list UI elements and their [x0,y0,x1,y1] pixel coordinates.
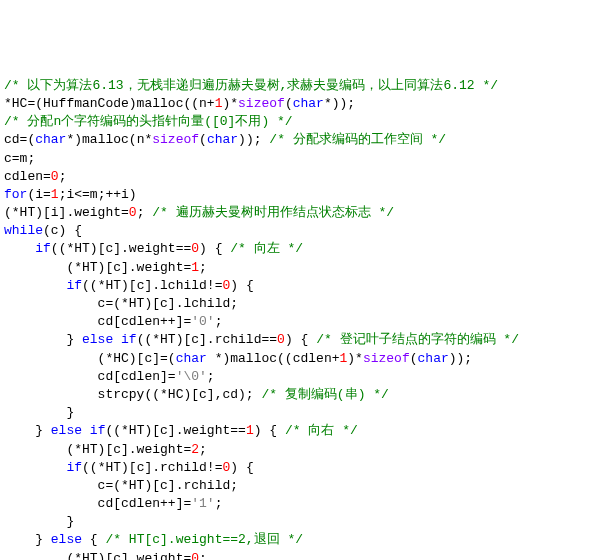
token-plain: } [4,332,82,347]
token-nm: 0 [191,551,199,560]
token-plain: c=(*HT)[c].lchild; [4,296,238,311]
code-line: cd[cdlen++]='0'; [4,313,585,331]
token-plain [113,332,121,347]
code-line: (*HC)[c]=(char *)malloc((cdlen+1)*sizeof… [4,350,585,368]
token-plain: cd[cdlen]= [4,369,176,384]
token-plain: } [4,514,74,529]
token-plain: *)malloc((cdlen+ [207,351,340,366]
token-plain: (c) { [43,223,82,238]
token-kw: else [51,532,82,547]
token-plain: ; [199,260,207,275]
token-kw: char [418,351,449,366]
token-plain: ((*HT)[c].lchild!= [82,278,222,293]
token-plain: )* [222,96,238,111]
token-plain: (*HC)[c]=( [4,351,176,366]
token-plain: ; [59,169,67,184]
token-plain [4,241,35,256]
token-plain: *)); [324,96,355,111]
token-plain: ((*HT)[c].weight== [51,241,191,256]
token-plain: *HC=(HuffmanCode)malloc((n+ [4,96,215,111]
token-kw: while [4,223,43,238]
code-line: cd[cdlen]='\0'; [4,368,585,386]
token-nm: 2 [191,442,199,457]
token-plain: (*HT)[c].weight= [4,260,191,275]
code-line: if((*HT)[c].weight==0) { /* 向左 */ [4,240,585,258]
token-kw: char [35,132,66,147]
token-plain: ((*HT)[c].rchild== [137,332,277,347]
code-line: (*HT)[c].weight=0; [4,550,585,560]
token-kw: if [66,278,82,293]
token-plain: ; [215,314,223,329]
token-plain: (*HT)[c].weight= [4,442,191,457]
token-cm: /* 向右 */ [285,423,358,438]
code-line: cd[cdlen++]='1'; [4,495,585,513]
code-line: } else if((*HT)[c].weight==1) { /* 向右 */ [4,422,585,440]
token-plain: cdlen= [4,169,51,184]
token-plain: ( [199,132,207,147]
token-plain: ) { [254,423,285,438]
token-plain: ((*HT)[c].weight== [105,423,245,438]
token-plain [4,278,66,293]
token-plain: ; [137,205,153,220]
code-line: /* 以下为算法6.13，无栈非递归遍历赫夫曼树,求赫夫曼编码，以上同算法6.1… [4,77,585,95]
token-kw: char [207,132,238,147]
code-line: (*HT)[c].weight=2; [4,441,585,459]
token-plain: strcpy((*HC)[c],cd); [4,387,261,402]
token-plain: (*HT)[c].weight= [4,551,191,560]
token-nm: 0 [191,241,199,256]
code-line: c=m; [4,150,585,168]
token-ty: sizeof [363,351,410,366]
token-plain: ; [199,551,207,560]
token-plain: *)malloc(n* [66,132,152,147]
code-line: strcpy((*HC)[c],cd); /* 复制编码(串) */ [4,386,585,404]
token-plain: ) { [230,460,253,475]
token-plain: c=m; [4,151,35,166]
token-plain: } [4,405,74,420]
token-plain: )); [238,132,269,147]
token-plain: ; [207,369,215,384]
token-plain: ( [410,351,418,366]
token-nm: 0 [51,169,59,184]
code-line: /* 分配n个字符编码的头指针向量([0]不用) */ [4,113,585,131]
token-plain: { [82,532,105,547]
token-plain: cd=( [4,132,35,147]
token-plain: c=(*HT)[c].rchild; [4,478,238,493]
token-plain: ) { [199,241,230,256]
token-ty: sizeof [152,132,199,147]
token-nm: 0 [129,205,137,220]
code-line: cd=(char*)malloc(n*sizeof(char)); /* 分配求… [4,131,585,149]
token-kw: else [51,423,82,438]
token-plain: ;i<=m;++i) [59,187,137,202]
token-plain: ) { [230,278,253,293]
code-line: } else if((*HT)[c].rchild==0) { /* 登记叶子结… [4,331,585,349]
token-kw: for [4,187,27,202]
code-line: for(i=1;i<=m;++i) [4,186,585,204]
token-cm: /* 登记叶子结点的字符的编码 */ [316,332,519,347]
token-kw: char [176,351,207,366]
token-nm: 1 [191,260,199,275]
code-line: } else { /* HT[c].weight==2,退回 */ [4,531,585,549]
code-block: /* 以下为算法6.13，无栈非递归遍历赫夫曼树,求赫夫曼编码，以上同算法6.1… [4,77,585,560]
token-plain [82,423,90,438]
token-nm: 0 [277,332,285,347]
token-plain: ) { [285,332,316,347]
token-kw: if [66,460,82,475]
token-plain: ; [199,442,207,457]
token-plain: ( [285,96,293,111]
code-line: c=(*HT)[c].lchild; [4,295,585,313]
code-line: (*HT)[i].weight=0; /* 遍历赫夫曼树时用作结点状态标志 */ [4,204,585,222]
token-nm: 1 [51,187,59,202]
code-line: } [4,513,585,531]
code-line: cdlen=0; [4,168,585,186]
token-cm: /* 向左 */ [230,241,303,256]
token-plain: cd[cdlen++]= [4,314,191,329]
code-line: } [4,404,585,422]
token-plain: (*HT)[i].weight= [4,205,129,220]
token-st: '1' [191,496,214,511]
token-plain: (i= [27,187,50,202]
code-line: while(c) { [4,222,585,240]
code-line: *HC=(HuffmanCode)malloc((n+1)*sizeof(cha… [4,95,585,113]
token-kw: if [90,423,106,438]
code-line: if((*HT)[c].rchild!=0) { [4,459,585,477]
code-line: (*HT)[c].weight=1; [4,259,585,277]
